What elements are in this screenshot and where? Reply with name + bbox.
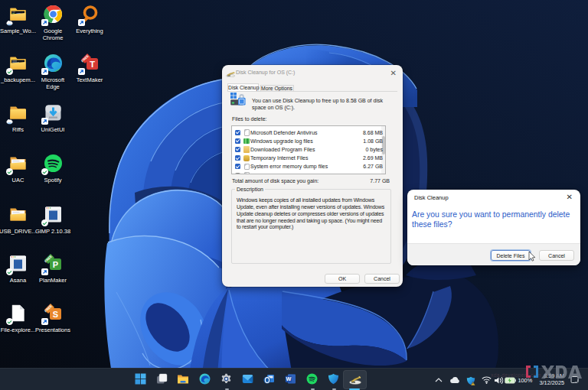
svg-text:S: S [52,310,57,319]
svg-text:T: T [90,60,95,69]
svg-text:P: P [52,260,57,269]
svg-text:W: W [286,375,292,382]
